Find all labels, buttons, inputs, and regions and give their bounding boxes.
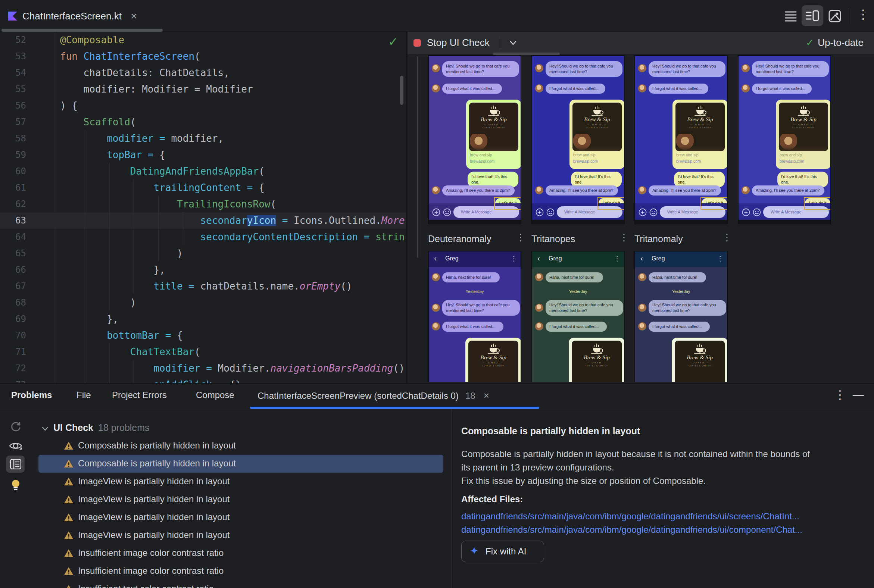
lightbulb-icon[interactable] xyxy=(8,478,23,493)
problem-item[interactable]: Composable is partially hidden in layout xyxy=(38,455,443,473)
code-editor[interactable]: 52@Composable53fun ChatInterfaceScreen(5… xyxy=(0,32,406,383)
problem-item[interactable]: Insufficient text color contrast ratio xyxy=(38,580,443,588)
inspections-ok-icon[interactable]: ✓ xyxy=(388,35,398,49)
preview-config-kebab-icon[interactable]: ⋮ xyxy=(516,232,526,243)
avatar xyxy=(432,186,440,194)
tab-close-icon[interactable]: × xyxy=(484,390,489,401)
fix-with-ai-button[interactable]: ✦ Fix with AI xyxy=(461,541,544,562)
card-link[interactable]: brew&sip.com xyxy=(676,159,701,164)
avatar xyxy=(638,304,646,312)
token-pl: {} xyxy=(230,379,241,383)
code-line[interactable]: 69}, xyxy=(0,311,406,327)
affected-file-link[interactable]: datingandfriends/src/main/java/com/ibm/g… xyxy=(461,511,799,522)
code-line[interactable]: 56) { xyxy=(0,98,406,114)
minimize-icon[interactable]: — xyxy=(853,388,864,401)
editor-options-kebab-icon[interactable]: ⋮ xyxy=(857,7,869,22)
collapse-chevron-icon[interactable] xyxy=(41,424,50,433)
preview-view-icon[interactable] xyxy=(828,9,842,23)
line-number: 59 xyxy=(0,147,26,163)
code-line[interactable]: 62TrailingIconsRow( xyxy=(0,196,406,212)
phone-preview-2[interactable]: Hey! Should we go to that cafe you menti… xyxy=(532,55,625,224)
tab-chatinterfacescreen[interactable]: ChatInterfaceScreen.kt × xyxy=(3,5,142,27)
tab-project-errors[interactable]: Project Errors xyxy=(112,390,167,400)
preview-config-kebab-icon[interactable]: ⋮ xyxy=(722,232,732,243)
tab-problems[interactable]: Problems xyxy=(11,390,52,400)
stop-ui-check-button[interactable]: Stop UI Check xyxy=(427,37,490,48)
code-view-icon[interactable] xyxy=(784,9,798,23)
rerun-check-icon[interactable] xyxy=(8,420,23,435)
back-icon[interactable]: ‹ xyxy=(434,254,437,262)
phone-preview-row2-1[interactable]: ‹Greg⋮Haha, next time for sure!Yesterday… xyxy=(428,251,521,382)
token-ext: orEmpty xyxy=(300,280,341,292)
code-line[interactable]: 63secondaryIcon = Icons.Outlined.More xyxy=(0,212,406,229)
code-line[interactable]: 57Scaffold( xyxy=(0,114,406,130)
add-attachment-icon[interactable] xyxy=(742,208,750,216)
line-number: 60 xyxy=(0,163,26,180)
problem-item[interactable]: ImageView is partially hidden in layout xyxy=(38,526,443,544)
chat-menu-kebab-icon[interactable]: ⋮ xyxy=(717,255,723,262)
code-line[interactable]: 60DatingAndFriendsAppBar( xyxy=(0,163,406,180)
code-line[interactable]: 70bottomBar = { xyxy=(0,327,406,344)
add-attachment-icon[interactable] xyxy=(638,208,647,216)
back-icon[interactable]: ‹ xyxy=(640,254,643,262)
code-line[interactable]: 55modifier: Modifier = Modifier xyxy=(0,81,406,98)
add-attachment-icon[interactable] xyxy=(536,208,544,216)
card-link[interactable]: brew&sip.com xyxy=(779,159,804,164)
code-line[interactable]: 53fun ChatInterfaceScreen( xyxy=(0,48,406,64)
chat-menu-kebab-icon[interactable]: ⋮ xyxy=(614,255,620,262)
emoji-icon[interactable] xyxy=(546,208,554,216)
code-line[interactable]: 65) xyxy=(0,245,406,261)
link-preview-card-clipped: Brew & Sip— ONID —· COFFEE & CHSIDY · xyxy=(466,338,521,382)
tool-window-options-kebab-icon[interactable]: ⋮ xyxy=(834,388,846,402)
phone-preview-row2-2[interactable]: ‹Greg⋮Haha, next time for sure!Yesterday… xyxy=(532,251,625,382)
code-line[interactable]: 52@Composable xyxy=(0,32,406,48)
code-line[interactable]: 72modifier = Modifier.navigationBarsPadd… xyxy=(0,360,406,376)
affected-file-link[interactable]: datingandfriends/src/main/java/com/ibm/g… xyxy=(461,525,802,535)
view-options-eye-icon[interactable] xyxy=(8,438,23,453)
warning-icon xyxy=(64,566,74,576)
preview-horizontal-scrollbar[interactable] xyxy=(493,52,560,55)
editor-vertical-scrollbar[interactable] xyxy=(400,76,403,105)
emoji-icon[interactable] xyxy=(443,208,451,216)
preview-vertical-scrollbar[interactable] xyxy=(417,56,418,258)
emoji-icon[interactable] xyxy=(649,208,658,216)
add-attachment-icon[interactable] xyxy=(432,208,440,216)
problem-item[interactable]: Composable is partially hidden in layout xyxy=(38,437,443,455)
steam-icon xyxy=(491,344,496,347)
emoji-icon[interactable] xyxy=(753,208,761,216)
back-icon[interactable]: ‹ xyxy=(538,254,540,262)
code-line[interactable]: 64secondaryContentDescription = strin xyxy=(0,229,406,245)
incoming-message: Amazing, I'll see you there at 2pm? xyxy=(752,185,824,195)
split-view-button[interactable] xyxy=(802,5,823,26)
card-link[interactable]: brew&sip.com xyxy=(573,159,598,164)
code-line[interactable]: 58modifier = modifier, xyxy=(0,130,406,147)
problem-item[interactable]: ImageView is partially hidden in layout xyxy=(38,508,443,526)
problem-item[interactable]: Insufficient image color contrast ratio xyxy=(38,562,443,580)
code-line[interactable]: 54chatDetails: ChatDetails, xyxy=(0,64,406,81)
code-line[interactable]: 71ChatTextBar( xyxy=(0,344,406,360)
coffee-cup-icon xyxy=(490,348,497,352)
code-line[interactable]: 61trailingContent = { xyxy=(0,180,406,196)
phone-preview-1[interactable]: Hey! Should we go to that cafe you menti… xyxy=(428,55,521,224)
code-line[interactable]: 73onAddClick = {} xyxy=(0,376,406,383)
chat-menu-kebab-icon[interactable]: ⋮ xyxy=(511,255,517,262)
phone-preview-4[interactable]: Hey! Should we go to that cafe you menti… xyxy=(738,55,831,224)
preview-config-kebab-icon[interactable]: ⋮ xyxy=(619,232,629,243)
phone-preview-3[interactable]: Hey! Should we go to that cafe you menti… xyxy=(634,55,728,224)
code-line[interactable]: 59topBar = { xyxy=(0,147,406,163)
phone-preview-row2-3[interactable]: ‹Greg⋮Haha, next time for sure!Yesterday… xyxy=(634,251,728,382)
chevron-down-icon[interactable] xyxy=(509,40,517,46)
tab-file[interactable]: File xyxy=(77,390,91,400)
tab-compose[interactable]: Compose xyxy=(196,390,234,400)
problem-item[interactable]: ImageView is partially hidden in layout xyxy=(38,490,443,508)
problem-item[interactable]: Insufficient image color contrast ratio xyxy=(38,544,443,562)
token-arg: bottomBar xyxy=(107,330,159,341)
card-link[interactable]: brew&sip.com xyxy=(470,159,494,164)
code-line[interactable]: 66}, xyxy=(0,261,406,278)
code-line[interactable]: 67title = chatDetails.name.orEmpty() xyxy=(0,278,406,294)
tab-close-icon[interactable]: × xyxy=(131,10,137,22)
show-details-button[interactable] xyxy=(6,456,25,473)
tab-preview-problems[interactable]: ChatInterfaceScreenPreview (sortedChatDe… xyxy=(257,390,489,402)
code-line[interactable]: 68) xyxy=(0,294,406,311)
problem-item[interactable]: ImageView is partially hidden in layout xyxy=(38,473,443,490)
